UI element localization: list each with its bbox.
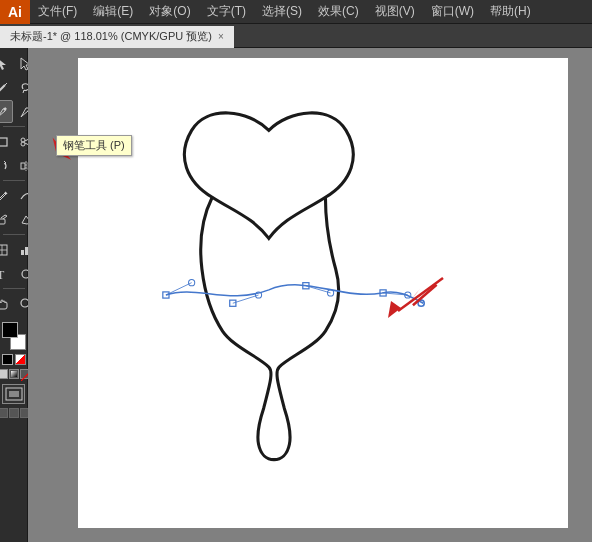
menu-bar: Ai 文件(F) 编辑(E) 对象(O) 文字(T) 选择(S) 效果(C) 视… (0, 0, 592, 24)
foreground-color-swatch[interactable] (2, 322, 18, 338)
svg-line-5 (23, 90, 24, 93)
svg-rect-8 (0, 138, 7, 146)
tab-close-button[interactable]: × (218, 31, 224, 42)
menu-text[interactable]: 文字(T) (199, 0, 254, 23)
svg-point-9 (21, 138, 25, 142)
rotate-tool[interactable] (0, 154, 13, 177)
reset-colors-icon[interactable] (2, 354, 13, 365)
svg-point-10 (21, 142, 25, 146)
separator-4 (3, 288, 25, 289)
selection-tool[interactable] (0, 52, 13, 75)
svg-line-2 (0, 85, 5, 92)
main-layout: + (0, 48, 592, 542)
menu-view[interactable]: 视图(V) (367, 0, 423, 23)
svg-marker-0 (0, 58, 6, 70)
tool-tooltip: 钢笔工具 (P) (56, 135, 132, 156)
pen-tool[interactable] (0, 100, 13, 123)
canvas-area[interactable]: 钢笔工具 (P) (28, 48, 592, 542)
color-mode-normal[interactable] (0, 369, 8, 379)
menu-select[interactable]: 选择(S) (254, 0, 310, 23)
hand-tool[interactable] (0, 292, 13, 315)
separator-2 (3, 180, 25, 181)
svg-line-3 (5, 83, 7, 85)
tab-bar: 未标题-1* @ 118.01% (CMYK/GPU 预览) × (0, 24, 592, 48)
svg-text:T: T (0, 268, 5, 281)
svg-rect-17 (0, 219, 5, 224)
svg-point-38 (189, 280, 195, 286)
rectangle-tool[interactable] (0, 130, 13, 153)
menu-items: 文件(F) 编辑(E) 对象(O) 文字(T) 选择(S) 效果(C) 视图(V… (30, 0, 539, 23)
pencil-tool[interactable] (0, 184, 13, 207)
text-tool[interactable]: T (0, 262, 13, 285)
separator-1 (3, 126, 25, 127)
screen-mode-2[interactable] (9, 408, 19, 418)
color-mode-gradient[interactable] (9, 369, 19, 379)
menu-effect[interactable]: 效果(C) (310, 0, 367, 23)
drawing-mode-icon[interactable] (2, 384, 25, 404)
mesh-tool[interactable] (0, 238, 13, 261)
swap-colors-icon[interactable] (15, 354, 26, 365)
magic-wand-tool[interactable] (0, 76, 13, 99)
svg-rect-22 (21, 250, 24, 255)
screen-mode-1[interactable] (0, 408, 8, 418)
menu-edit[interactable]: 编辑(E) (85, 0, 141, 23)
svg-line-29 (16, 355, 26, 365)
tab-label: 未标题-1* @ 118.01% (CMYK/GPU 预览) (10, 29, 212, 44)
color-section (0, 322, 30, 426)
svg-point-6 (3, 107, 6, 110)
toolbar-sidebar: + (0, 48, 28, 542)
svg-rect-13 (21, 163, 25, 169)
svg-line-37 (166, 283, 192, 295)
app-logo: Ai (0, 0, 30, 24)
menu-window[interactable]: 窗口(W) (423, 0, 482, 23)
menu-help[interactable]: 帮助(H) (482, 0, 539, 23)
svg-rect-32 (9, 391, 19, 397)
menu-object[interactable]: 对象(O) (141, 0, 198, 23)
separator-3 (3, 234, 25, 235)
eraser-tool[interactable] (0, 208, 13, 231)
document-tab[interactable]: 未标题-1* @ 118.01% (CMYK/GPU 预览) × (0, 26, 234, 48)
menu-file[interactable]: 文件(F) (30, 0, 85, 23)
artwork-svg (28, 48, 592, 542)
